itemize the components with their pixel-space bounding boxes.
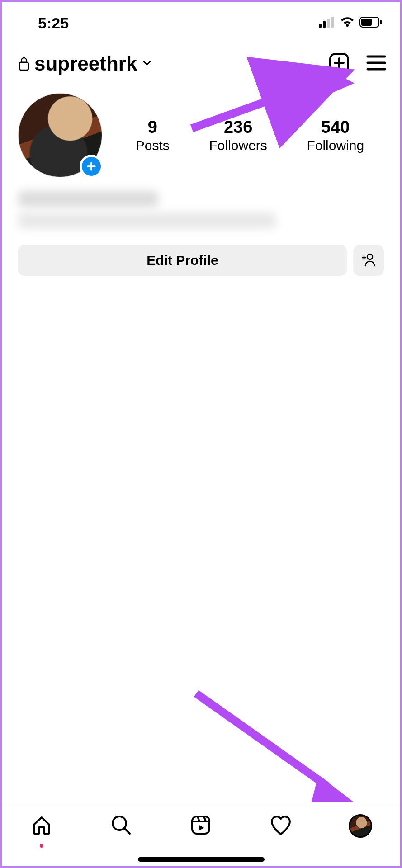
profile-avatar-icon (349, 814, 372, 838)
status-indicators (319, 17, 382, 29)
bottom-nav (2, 803, 400, 848)
battery-icon (359, 17, 382, 29)
profile-actions: Edit Profile (2, 239, 400, 276)
svg-rect-2 (327, 19, 330, 28)
menu-button[interactable] (366, 54, 387, 74)
nav-search[interactable] (109, 813, 134, 839)
add-story-button[interactable] (80, 155, 103, 178)
stat-following-count: 540 (307, 118, 364, 137)
svg-point-12 (367, 254, 373, 259)
nav-activity[interactable] (268, 813, 293, 839)
svg-line-14 (125, 829, 130, 834)
wifi-icon (340, 17, 355, 29)
svg-rect-0 (319, 24, 322, 28)
home-icon (30, 814, 53, 838)
cellular-icon (319, 17, 335, 29)
svg-rect-6 (380, 20, 382, 24)
stat-followers[interactable]: 236 Followers (209, 118, 267, 153)
new-post-button[interactable] (329, 52, 350, 75)
stat-posts-label: Posts (136, 138, 170, 153)
svg-line-21 (196, 693, 327, 786)
username-text: supreethrk (34, 52, 137, 75)
profile-avatar[interactable] (18, 93, 102, 177)
stat-posts-count: 9 (136, 118, 170, 137)
svg-point-13 (113, 816, 126, 830)
annotation-arrow-to-profile-tab (192, 689, 355, 808)
chevron-down-icon (142, 57, 152, 70)
nav-reels[interactable] (188, 813, 213, 839)
profile-header: supreethrk (2, 39, 400, 84)
bio-blurred-line-2 (18, 212, 276, 229)
search-icon (110, 814, 132, 838)
svg-rect-15 (192, 816, 209, 834)
svg-rect-3 (331, 17, 334, 28)
svg-rect-1 (323, 21, 326, 28)
heart-icon (269, 814, 293, 838)
status-bar: 5:25 (2, 7, 400, 39)
stat-followers-label: Followers (209, 138, 267, 153)
svg-rect-5 (361, 19, 372, 26)
username-dropdown[interactable]: supreethrk (18, 52, 152, 75)
profile-info: 9 Posts 236 Followers 540 Following (2, 84, 400, 177)
profile-bio (2, 177, 400, 239)
lock-icon (18, 56, 30, 71)
nav-profile[interactable] (348, 813, 373, 839)
reels-icon (189, 814, 212, 838)
stat-followers-count: 236 (209, 118, 267, 137)
svg-rect-7 (19, 62, 28, 70)
svg-marker-22 (312, 775, 354, 802)
edit-profile-button[interactable]: Edit Profile (18, 245, 347, 276)
nav-home-notification-dot (40, 844, 43, 848)
nav-home[interactable] (29, 813, 54, 839)
stat-following-label: Following (307, 138, 364, 153)
stat-posts[interactable]: 9 Posts (136, 118, 170, 153)
bio-blurred-line-1 (18, 191, 158, 207)
discover-people-button[interactable] (353, 245, 384, 276)
add-user-icon (361, 253, 376, 268)
home-indicator[interactable] (138, 857, 265, 862)
status-time: 5:25 (38, 14, 69, 32)
stat-following[interactable]: 540 Following (307, 118, 364, 153)
profile-stats: 9 Posts 236 Followers 540 Following (116, 118, 384, 153)
